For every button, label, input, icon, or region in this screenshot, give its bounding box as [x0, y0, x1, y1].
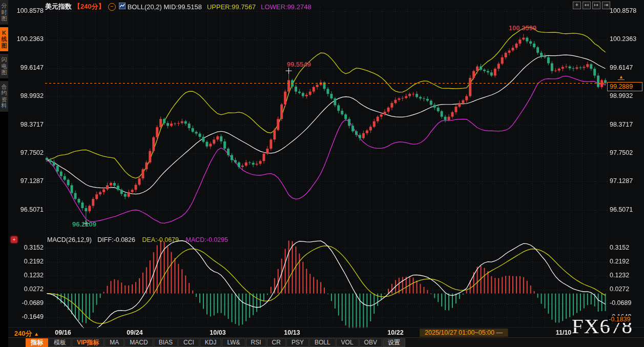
toolbar-item-vip-indicator[interactable]: VIP指标 — [72, 338, 104, 347]
macd-diff-readout: DIFF:-0.0826 — [97, 236, 135, 243]
macd-tick-left: 0.1232 — [12, 272, 44, 279]
annotation-local-high: 99.5549 — [287, 60, 311, 68]
macd-current-value: -0.1839 — [608, 316, 631, 323]
current-price-box: 99.2889 — [607, 82, 642, 91]
macd-tick-right: -0.0689 — [610, 299, 631, 307]
kline-mini-icon — [119, 3, 126, 11]
pan-right-icon[interactable]: ⇥ — [602, 2, 610, 9]
boll-upper-readout: UPPER:99.7567 — [207, 3, 256, 11]
price-tick-left: 98.9932 — [12, 92, 44, 99]
interval-tag: 【240分】 — [74, 2, 105, 11]
price-tick-right: 98.3717 — [610, 121, 633, 128]
price-tick-left: 100.2363 — [12, 35, 44, 43]
price-tick-right: 100.8578 — [610, 7, 636, 14]
date-tick: 11/10 — [556, 329, 572, 336]
macd-tick-left: 0.3152 — [12, 244, 44, 251]
boll-mid-readout: BOLL(20,2) MID:99.5158 — [128, 3, 202, 11]
macd-macd-readout: MACD:-0.0295 — [186, 236, 228, 243]
price-tick-left: 98.3717 — [12, 121, 44, 128]
macd-header: MACD(26,12,9) DIFF:-0.0826 DEA:-0.0679 M… — [47, 236, 228, 243]
kline-chart-canvas[interactable] — [0, 0, 644, 347]
axis-compress-left-icon[interactable]: ↤ — [583, 2, 591, 9]
toolbar-item-kdj[interactable]: KDJ — [200, 338, 222, 347]
price-tick-right: 97.7502 — [610, 149, 633, 156]
macd-title: MACD(26,12,9) — [47, 236, 92, 243]
time-axis: 240分 ▲ 09/16 09/24 10/03 10/13 10/22 11/… — [8, 327, 644, 338]
hover-time-tooltip: 2025/10/27 01:00~05:00 — — [420, 329, 508, 337]
toolbar-item-boll[interactable]: BOLL — [309, 338, 336, 347]
sidebar-tab-contract-info[interactable]: 合约资料 — [0, 81, 8, 112]
axis-compress-right-icon[interactable]: ↦ — [592, 2, 600, 9]
symbol-name: 美元指数 — [45, 2, 72, 11]
macd-tick-right: 0.0272 — [610, 285, 629, 293]
toolbar-item-cr[interactable]: CR — [267, 338, 286, 347]
macd-tick-left: -0.1649 — [12, 313, 44, 320]
toolbar-item-ma[interactable]: MA — [105, 338, 124, 347]
toolbar-item-template[interactable]: 模板 — [49, 338, 71, 347]
current-price-marker-icon: ▲ — [618, 75, 625, 80]
toolbar-item-settings[interactable]: 设置 — [383, 338, 405, 347]
toolbar-item-lw[interactable]: LW& — [222, 338, 245, 347]
chart-header: 美元指数 【240分】 − BOLL(20,2) MID:99.5158 UPP… — [45, 2, 311, 11]
price-tick-left: 97.7502 — [12, 149, 44, 156]
toolbar-item-vol[interactable]: VOL — [336, 338, 359, 347]
date-tick: 09/16 — [55, 329, 71, 336]
macd-tick-left: 0.0272 — [12, 285, 44, 293]
chart-tool-buttons: + ↤ ↦ ⇥ — [571, 2, 610, 9]
toolbar-item-rsi[interactable]: RSI — [246, 338, 266, 347]
indicator-toolbar: 指标 模板 VIP指标 MA MACD BIAS CCI KDJ LW& RSI… — [8, 337, 644, 347]
price-tick-left: 97.1287 — [12, 177, 44, 185]
date-tick: 10/03 — [210, 329, 225, 336]
macd-tick-left: -0.0689 — [12, 299, 44, 307]
sidebar-tab-timeline[interactable]: 分时图 — [0, 0, 8, 25]
macd-tick-right: 0.3152 — [610, 244, 629, 251]
macd-tick-right: 0.2192 — [610, 258, 629, 265]
alert-icon[interactable]: + — [11, 236, 17, 243]
price-tick-left: 96.5071 — [12, 206, 44, 213]
boll-lower-readout: LOWER:99.2748 — [261, 3, 311, 11]
date-tick: 09/24 — [127, 329, 142, 336]
price-tick-left: 100.8578 — [12, 7, 44, 14]
toolbar-item-psy[interactable]: PSY — [286, 338, 309, 347]
sidebar-tab-lightning[interactable]: 闪电图 — [0, 54, 8, 78]
macd-dea-readout: DEA:-0.0679 — [142, 236, 179, 243]
date-tick: 10/22 — [387, 329, 403, 336]
interval-dropdown-icon[interactable]: ▲ — [34, 331, 39, 337]
annotation-lowest: 96.2109 — [72, 220, 96, 228]
crosshair-icon[interactable]: + — [573, 2, 581, 9]
toolbar-item-obv[interactable]: OBV — [359, 338, 382, 347]
sidebar-tab-kline[interactable]: K线图 — [0, 27, 8, 52]
price-tick-right: 97.1287 — [610, 177, 633, 185]
collapse-icon[interactable]: − — [108, 3, 116, 11]
toolbar-item-cci[interactable]: CCI — [178, 338, 199, 347]
price-tick-right: 96.5071 — [610, 206, 633, 213]
toolbar-item-indicator[interactable]: 指标 — [26, 338, 48, 347]
date-tick: 10/13 — [284, 329, 300, 336]
toolbar-item-macd[interactable]: MACD — [124, 338, 153, 347]
price-tick-right: 99.6147 — [610, 64, 633, 71]
annotation-highest: 100.3599 — [509, 24, 536, 32]
chart-mode-sidebar: 分时图 K线图 闪电图 合约资料 — [0, 0, 8, 347]
macd-tick-right: 0.1232 — [610, 272, 629, 279]
toolbar-item-bias[interactable]: BIAS — [154, 338, 178, 347]
price-tick-left: 99.6147 — [12, 64, 44, 71]
trading-app-window: 分时图 K线图 闪电图 合约资料 美元指数 【240分】 − BOLL(20,2… — [0, 0, 644, 347]
price-tick-right: 100.2363 — [610, 35, 636, 43]
price-tick-right: 98.9932 — [610, 92, 633, 99]
macd-tick-left: 0.2192 — [12, 258, 44, 265]
